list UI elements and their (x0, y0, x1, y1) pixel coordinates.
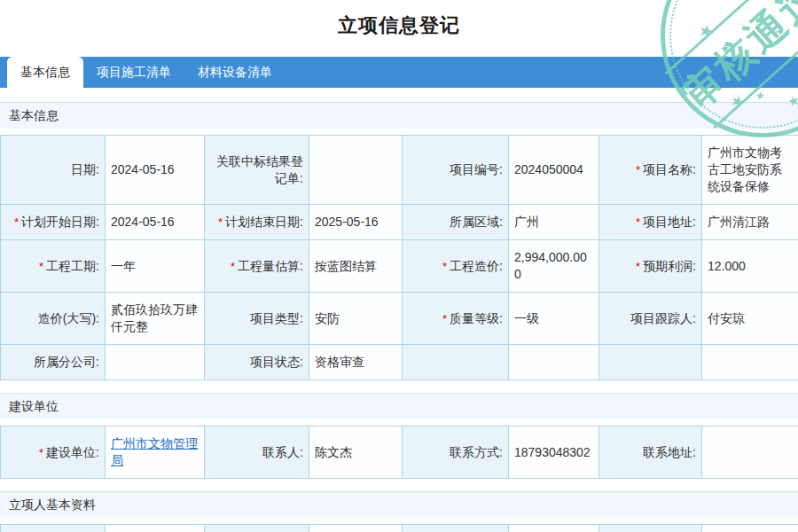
field-value: 广州市文物管理局 (106, 426, 205, 479)
section-initiator-info: 立项人基本资料立项人:马东部门:项目部*联系电话:13429484958所属机构… (0, 491, 798, 532)
field-value: 付安琼 (702, 293, 798, 345)
field-value: 项目部 (309, 525, 403, 532)
field-label: 部门: (205, 525, 309, 532)
required-asterisk: * (14, 215, 19, 229)
required-asterisk: * (636, 215, 640, 229)
required-asterisk: * (39, 260, 43, 273)
star-icon: ★ (719, 42, 732, 55)
field-label: *建设单位: (1, 426, 106, 479)
field-value: 广州清江路 (702, 205, 798, 240)
field-label: 所属区域: (403, 205, 509, 240)
tab-materials-equipment-list[interactable]: 材料设备清单 (184, 57, 286, 88)
field-label: *项目名称: (599, 136, 702, 205)
fields-table-basic-info: 日期:2024-05-16关联中标结果登记单:项目编号:2024050004*项… (0, 135, 798, 380)
section-header-construction-unit: 建设单位 (0, 393, 798, 419)
field-label: 日期: (1, 136, 106, 205)
field-value: 12.000 (702, 240, 798, 293)
field-value: 贰佰玖拾玖万肆仟元整 (106, 293, 205, 345)
field-label: *联系电话: (403, 525, 509, 532)
field-label: *工程工期: (1, 240, 106, 293)
field-value-link[interactable]: 广州市文物管理局 (111, 436, 198, 467)
field-label: *质量等级: (403, 293, 509, 345)
field-label: 项目跟踪人: (599, 293, 702, 345)
field-label: *工程造价: (403, 240, 509, 293)
field-value: 2,994,000.000 (509, 240, 599, 293)
section-header-initiator-info: 立项人基本资料 (0, 491, 798, 518)
registration-form-page: 立项信息登记 审核通过 ★ ★ ★ ★ ★ ★ ★ 基本信息项目施工清单材料设备… (0, 0, 798, 532)
field-label: *工程量估算: (205, 240, 309, 293)
required-asterisk: * (231, 260, 235, 273)
field-label: 所属分公司: (1, 345, 106, 380)
field-value: 2025-05-16 (309, 205, 403, 240)
field-value: 一级 (509, 293, 599, 345)
tab-bar: 基本信息项目施工清单材料设备清单 (0, 57, 798, 88)
field-value: 2024-05-16 (106, 136, 205, 205)
field-value (106, 345, 205, 380)
required-asterisk: * (442, 312, 447, 325)
required-asterisk: * (39, 446, 43, 459)
field-value (509, 345, 599, 380)
field-row: 日期:2024-05-16关联中标结果登记单:项目编号:2024050004*项… (1, 136, 798, 205)
fields-table-construction-unit: *建设单位:广州市文物管理局联系人:陈文杰联系方式:18793048302联系地… (0, 426, 798, 479)
field-value: 2024-05-16 (106, 205, 205, 240)
tab-basic-info[interactable]: 基本信息 (7, 57, 83, 88)
section-construction-unit: 建设单位*建设单位:广州市文物管理局联系人:陈文杰联系方式:1879304830… (0, 393, 798, 479)
field-value (702, 525, 798, 532)
field-row: 造价(大写):贰佰玖拾玖万肆仟元整项目类型:安防*质量等级:一级项目跟踪人:付安… (1, 293, 798, 345)
field-value: 2024050004 (509, 136, 599, 205)
section-basic-info: 基本信息日期:2024-05-16关联中标结果登记单:项目编号:20240500… (0, 102, 798, 380)
field-label: 关联中标结果登记单: (205, 136, 309, 205)
field-label: 项目编号: (403, 136, 509, 205)
fields-table-initiator-info: 立项人:马东部门:项目部*联系电话:13429484958所属机构: (0, 524, 798, 532)
required-asterisk: * (636, 163, 640, 176)
field-label: 造价(大写): (1, 293, 106, 345)
field-label: 项目类型: (205, 293, 309, 345)
field-value: 广州 (509, 205, 599, 240)
field-row: *计划开始日期:2024-05-16*计划结束日期:2025-05-16所属区域… (1, 205, 798, 240)
field-value (702, 426, 798, 479)
field-row: *建设单位:广州市文物管理局联系人:陈文杰联系方式:18793048302联系地… (1, 426, 798, 479)
field-row: *工程工期:一年*工程量估算:按蓝图结算*工程造价:2,994,000.000*… (1, 240, 798, 293)
field-value: 安防 (309, 293, 403, 345)
field-value: 陈文杰 (309, 426, 403, 479)
required-asterisk: * (442, 260, 447, 273)
sections: 基本信息日期:2024-05-16关联中标结果登记单:项目编号:20240500… (0, 102, 798, 532)
required-asterisk: * (636, 260, 640, 273)
field-row: 所属分公司:项目状态:资格审查 (1, 345, 798, 380)
field-value: 一年 (106, 240, 205, 293)
field-label (403, 345, 509, 380)
field-label: *计划结束日期: (205, 205, 309, 240)
field-label: 立项人: (1, 525, 106, 532)
field-label: *项目地址: (599, 205, 702, 240)
field-value: 资格审查 (309, 345, 403, 380)
field-row: 立项人:马东部门:项目部*联系电话:13429484958所属机构: (1, 525, 798, 532)
field-label: 项目状态: (205, 345, 309, 380)
required-asterisk: * (218, 215, 223, 229)
page-title: 立项信息登记 (0, 12, 798, 39)
field-value (309, 136, 403, 205)
field-value: 18793048302 (509, 426, 599, 479)
field-label: 联系人: (205, 426, 309, 479)
section-header-basic-info: 基本信息 (0, 102, 798, 129)
field-label: 联系地址: (599, 426, 702, 479)
field-label: *计划开始日期: (1, 205, 106, 240)
star-icon: ★ (755, 90, 765, 101)
field-value: 广州市文物考古工地安防系统设备保修 (702, 136, 798, 205)
field-label (599, 345, 702, 380)
field-value: 13429484958 (509, 525, 599, 532)
field-value: 马东 (106, 525, 205, 532)
field-label: *预期利润: (599, 240, 702, 293)
field-value: 按蓝图结算 (309, 240, 403, 293)
field-value (702, 345, 798, 380)
field-label: 联系方式: (403, 426, 509, 479)
field-label: 所属机构: (599, 525, 702, 532)
tab-construction-list[interactable]: 项目施工清单 (83, 57, 184, 88)
